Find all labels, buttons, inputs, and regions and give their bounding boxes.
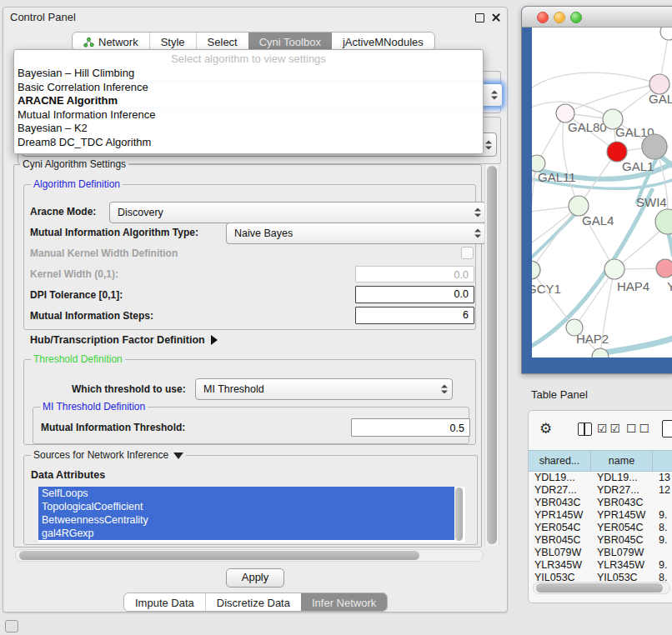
gear-icon[interactable]: ⚙ <box>539 422 552 436</box>
table-row[interactable]: YBR045CYBR045C9. <box>529 534 672 547</box>
network-node-gcy1[interactable] <box>532 261 540 279</box>
close-icon[interactable] <box>491 12 500 22</box>
table-row[interactable]: YPR145WYPR145W9. <box>529 509 672 522</box>
control-panel-tabstrip: NetworkStyleSelectCyni ToolboxjActiveMNo… <box>72 32 435 51</box>
network-node-label: HAP2 <box>576 332 609 346</box>
network-node[interactable] <box>660 28 672 40</box>
network-node[interactable] <box>642 134 667 159</box>
table-row[interactable]: YBL079WYBL079W <box>529 547 672 559</box>
algorithm-option[interactable]: ARACNE Algorithm <box>18 94 118 107</box>
table-horizontal-scrollbar[interactable] <box>533 582 670 594</box>
table-body: YDL19...YDL19...13YDR27...YDR27...12YBR0… <box>529 472 672 584</box>
sources-title[interactable]: Sources for Network Inference <box>31 449 186 461</box>
table-panel-title: Table Panel <box>531 388 588 401</box>
data-attribute-item[interactable]: TopologicalCoefficient <box>38 500 454 513</box>
tab-select[interactable]: Select <box>196 32 248 50</box>
export-table-icon[interactable] <box>662 420 672 438</box>
minimize-traffic-light-icon[interactable] <box>554 12 565 23</box>
mi-type-label: Mutual Information Algorithm Type: <box>30 227 198 238</box>
network-node-label: GAL11 <box>538 170 576 184</box>
table-column-header[interactable]: name <box>591 451 653 471</box>
tab-style[interactable]: Style <box>149 32 196 50</box>
settings-horizontal-scrollbar[interactable] <box>15 549 484 562</box>
control-panel-window: Control Panel NetworkStyleSelectCyni Too… <box>3 7 508 612</box>
columns-icon[interactable] <box>578 422 592 436</box>
manual-kernel-checkbox[interactable] <box>461 247 474 259</box>
data-attributes-label: Data Attributes <box>31 469 105 481</box>
scrollbar-thumb[interactable] <box>19 551 419 560</box>
data-attributes-list[interactable]: SelfLoopsTopologicalCoefficientBetweenne… <box>38 487 465 542</box>
network-edge[interactable] <box>532 270 574 328</box>
table-row[interactable]: YER054CYER054C8. <box>529 522 672 534</box>
table-row[interactable]: YLR345WYLR345W9. <box>529 559 672 572</box>
data-attribute-item[interactable]: gal4RGexp <box>38 527 454 540</box>
settings-vertical-scrollbar[interactable] <box>484 164 499 546</box>
table-column-header[interactable] <box>653 451 672 471</box>
kernel-width-label: Kernel Width (0,1): <box>30 268 118 280</box>
aracne-mode-combo[interactable]: Discovery <box>109 202 486 223</box>
network-node-hap4[interactable] <box>604 259 624 279</box>
kernel-width-field[interactable]: 0.0 <box>355 266 474 282</box>
table-row[interactable]: YDR27...YDR27...12 <box>529 484 672 497</box>
network-canvas[interactable]: GALGAL80GAL10GAL1SWI4GAL11GAL4HAP4YGCY1H… <box>532 28 672 358</box>
scrollbar-thumb[interactable] <box>536 583 663 592</box>
table-column-header[interactable]: shared... <box>529 451 591 471</box>
tab-label: Cyni Toolbox <box>259 36 321 48</box>
tab-infer-network[interactable]: Infer Network <box>301 593 387 611</box>
tab-jactivemnodules[interactable]: jActiveMNodules <box>332 32 434 50</box>
control-panel-title: Control Panel <box>10 11 76 23</box>
spinner-arrows-icon <box>491 90 498 101</box>
network-node-label: GAL1 <box>622 159 654 173</box>
table-cell: YBR043C <box>529 497 591 509</box>
spinner-arrows-icon <box>441 384 448 395</box>
table-cell: 9. <box>653 559 672 572</box>
minimized-panel-icon[interactable] <box>5 620 18 632</box>
network-edge[interactable] <box>532 210 579 260</box>
tab-label: Infer Network <box>312 597 376 609</box>
data-attribute-item[interactable]: BetweennessCentrality <box>38 513 454 527</box>
network-node-label: GAL80 <box>568 120 607 134</box>
table-cell: YBR045C <box>591 534 653 547</box>
tab-network[interactable]: Network <box>73 32 149 50</box>
tab-cyni-toolbox[interactable]: Cyni Toolbox <box>248 32 332 50</box>
which-threshold-combo[interactable]: MI Threshold <box>195 378 453 400</box>
tab-label: jActiveMNodules <box>343 36 424 48</box>
algorithm-option[interactable]: Mutual Information Inference <box>18 108 155 121</box>
list-scrollbar[interactable] <box>455 488 463 541</box>
algorithm-option[interactable]: Bayesian – Hill Climbing <box>18 67 134 79</box>
network-node-swi4[interactable] <box>655 209 672 234</box>
mi-threshold-label: Mutual Information Threshold: <box>41 422 185 433</box>
scrollbar-thumb[interactable] <box>487 166 497 544</box>
algorithm-option[interactable]: Dream8 DC_TDC Algorithm <box>18 136 151 148</box>
network-node-y[interactable] <box>656 259 672 278</box>
table-row[interactable]: YBR043CYBR043C <box>529 497 672 509</box>
tab-discretize-data[interactable]: Discretize Data <box>205 593 301 611</box>
deselect-all-icon[interactable]: ☐☐ <box>626 422 652 436</box>
mi-algorithm-type-combo[interactable]: Naive Bayes <box>226 222 486 244</box>
cyni-algorithm-settings-title: Cyni Algorithm Settings <box>20 158 128 170</box>
algorithm-option[interactable]: Bayesian – K2 <box>18 122 88 134</box>
tab-impute-data[interactable]: Impute Data <box>124 593 205 611</box>
close-traffic-light-icon[interactable] <box>537 12 549 23</box>
data-attribute-item[interactable]: SelfLoops <box>38 487 454 500</box>
mi-steps-field[interactable]: 6 <box>355 307 474 324</box>
apply-button[interactable]: Apply <box>226 568 284 588</box>
table-cell: YBR045C <box>529 534 591 547</box>
hub-definition-toggle[interactable]: Hub/Transcription Factor Definition <box>30 334 218 346</box>
mi-threshold-field[interactable]: 0.5 <box>351 418 470 437</box>
network-edge[interactable] <box>604 338 672 352</box>
expanded-arrow-icon <box>173 452 183 459</box>
dpi-tolerance-label: DPI Tolerance [0,1]: <box>30 289 123 301</box>
zoom-traffic-light-icon[interactable] <box>570 12 582 23</box>
maximize-icon[interactable] <box>475 13 484 22</box>
table-row[interactable]: YDL19...YDL19...13 <box>529 472 672 484</box>
network-node-gal11[interactable] <box>532 155 545 172</box>
select-all-icon[interactable]: ☑☑ <box>597 422 623 436</box>
dpi-tolerance-field[interactable]: 0.0 <box>355 286 474 303</box>
sources-title-text: Sources for Network Inference <box>33 449 168 461</box>
network-window-titlebar[interactable] <box>522 7 672 28</box>
algorithm-option[interactable]: Basic Correlation Inference <box>18 81 148 93</box>
table-cell: YDL19... <box>591 472 653 484</box>
network-canvas-svg: GALGAL80GAL10GAL1SWI4GAL11GAL4HAP4YGCY1H… <box>532 28 672 358</box>
spinner-arrows-icon <box>474 208 481 218</box>
